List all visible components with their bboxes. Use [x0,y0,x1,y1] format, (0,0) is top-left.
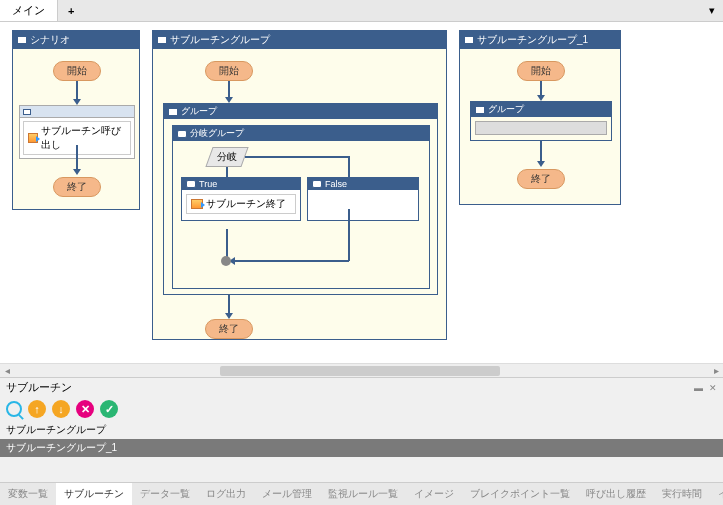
true-header: True [182,178,300,190]
end-icon [191,199,203,209]
connector [76,145,78,171]
btab-callstack[interactable]: 呼び出し履歴 [578,483,654,505]
bottom-tab-bar: 変数一覧 サブルーチン データ一覧 ログ出力 メール管理 監視ルール一覧 イメー… [0,482,723,505]
box-icon [23,109,31,115]
btab-log[interactable]: ログ出力 [198,483,254,505]
group-icon [157,36,167,44]
panel-title-bar: サブルーチン ▬ ✕ [0,378,723,397]
scroll-left-button[interactable]: ◂ [0,364,14,377]
group-icon [17,36,27,44]
connector [226,167,228,177]
group-scenario-title: シナリオ [30,33,70,47]
btab-events[interactable]: イベント一覧 [710,483,723,505]
group-subroutine1[interactable]: サブルーチングループ_1 開始 グループ 終了 [459,30,621,205]
list-item[interactable]: サブルーチングループ [0,421,723,439]
flow-canvas[interactable]: シナリオ 開始 サブルーチン呼び出し 終了 サブルーチング [0,22,723,363]
group-subroutine-title: サブルーチングループ [170,33,270,47]
btab-image[interactable]: イメージ [406,483,462,505]
move-up-button[interactable]: ↑ [28,400,46,418]
decision-node[interactable]: 分岐 [205,147,248,167]
true-branch[interactable]: True サブルーチン終了 [181,177,301,221]
move-down-button[interactable]: ↓ [52,400,70,418]
confirm-button[interactable]: ✓ [100,400,118,418]
group-subroutine[interactable]: サブルーチングループ 開始 グループ 分岐グループ [152,30,447,340]
btab-mail[interactable]: メール管理 [254,483,320,505]
placeholder-box [475,121,607,135]
list-item-selected[interactable]: サブルーチングループ_1 [0,439,723,457]
connector [76,81,78,101]
start-node[interactable]: 開始 [205,61,253,81]
inner-group[interactable]: グループ 分岐グループ 分岐 [163,103,438,295]
group-scenario-header: シナリオ [13,31,139,49]
search-button[interactable] [6,401,22,417]
connector [228,295,230,315]
branch-group-header: 分岐グループ [173,126,429,141]
group-subroutine-header: サブルーチングループ [153,31,446,49]
btab-subroutine[interactable]: サブルーチン [56,483,132,505]
btab-breakpoints[interactable]: ブレイクポイント一覧 [462,483,578,505]
horizontal-scrollbar[interactable]: ◂ ▸ [0,363,723,377]
tab-bar: メイン + ▾ [0,0,723,22]
arrow-down-icon [537,161,545,167]
delete-button[interactable]: ✕ [76,400,94,418]
panel-pin-button[interactable]: ▬ [694,383,703,393]
connector [540,141,542,163]
scrollbar-thumb[interactable] [220,366,500,376]
connector [348,209,350,261]
group-subroutine1-title: サブルーチングループ_1 [477,33,588,47]
group-icon [464,36,474,44]
end-node[interactable]: 終了 [205,319,253,339]
start-node[interactable]: 開始 [53,61,101,81]
inner-group-header: グループ [164,104,437,119]
activity-subroutine-end[interactable]: サブルーチン終了 [186,194,296,214]
inner-group-1-header: グループ [471,102,611,117]
tab-menu-button[interactable]: ▾ [701,1,723,20]
start-node[interactable]: 開始 [517,61,565,81]
btab-exectime[interactable]: 実行時間 [654,483,710,505]
connector [245,156,349,158]
branch-group[interactable]: 分岐グループ 分岐 True [172,125,430,289]
box-icon [186,180,196,188]
panel-close-button[interactable]: ✕ [709,383,717,393]
call-icon [28,133,38,143]
canvas-wrap: シナリオ 開始 サブルーチン呼び出し 終了 サブルーチング [0,22,723,377]
scroll-right-button[interactable]: ▸ [709,364,723,377]
merge-node [221,256,231,266]
bottom-panel: サブルーチン ▬ ✕ ↑ ↓ ✕ ✓ サブルーチングループ サブルーチングループ… [0,377,723,505]
connector [226,229,228,259]
btab-watch[interactable]: 監視ルール一覧 [320,483,406,505]
box-icon [312,180,322,188]
group-icon [168,108,178,116]
panel-title: サブルーチン [6,380,72,395]
group-subroutine1-header: サブルーチングループ_1 [460,31,620,49]
btab-variables[interactable]: 変数一覧 [0,483,56,505]
group-scenario[interactable]: シナリオ 開始 サブルーチン呼び出し 終了 [12,30,140,210]
tab-add-button[interactable]: + [58,2,84,20]
activity-header [20,106,134,118]
false-header: False [308,178,418,190]
panel-toolbar: ↑ ↓ ✕ ✓ [0,397,723,421]
connector [231,260,349,262]
branch-icon [177,130,187,138]
end-node[interactable]: 終了 [53,177,101,197]
tab-main[interactable]: メイン [0,0,58,21]
connector [348,156,350,177]
end-node[interactable]: 終了 [517,169,565,189]
false-branch[interactable]: False [307,177,419,221]
arrow-down-icon [73,169,81,175]
inner-group-1[interactable]: グループ [470,101,612,141]
btab-data[interactable]: データ一覧 [132,483,198,505]
group-icon [475,106,485,114]
